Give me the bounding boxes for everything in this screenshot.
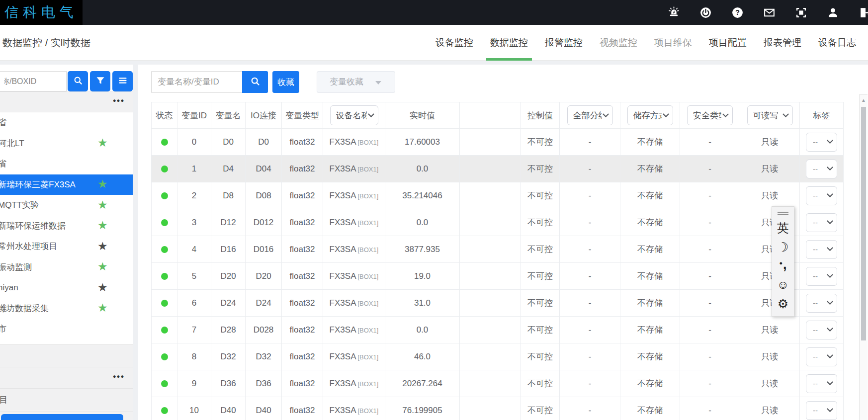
security-cell: - — [680, 370, 740, 397]
sidebar-item[interactable]: hiyan★ — [0, 277, 133, 298]
control-value-cell: 不可控 — [521, 236, 560, 263]
device-tree-list: 省河北LT★省新瑞环保三菱FX3SA★MQTT实验★新瑞环保运维数据★常州水处理… — [0, 112, 133, 339]
tag-select[interactable]: -- — [806, 133, 837, 152]
device-cell: FX3SA[BOX1] — [323, 156, 385, 182]
read-write-filter-select[interactable]: 可读写 — [747, 105, 793, 125]
tab-设备日志[interactable]: 设备日志 — [818, 25, 856, 61]
blank-cell — [460, 343, 521, 370]
alarm-light-icon[interactable] — [667, 6, 680, 19]
storage-cell: 不存储 — [620, 263, 680, 290]
vertical-scrollbar[interactable]: ▲ — [859, 94, 868, 420]
ellipsis-menu-icon[interactable]: ••• — [113, 96, 125, 106]
table-row[interactable]: 4D16D016float32FX3SA[BOX1]3877.935不可控-不存… — [152, 236, 844, 263]
favorite-button[interactable]: 收藏 — [272, 71, 299, 93]
tab-报表管理[interactable]: 报表管理 — [764, 25, 801, 61]
variable-id-cell: 10 — [177, 397, 211, 420]
variable-type-cell: float32 — [282, 343, 323, 370]
logout-icon[interactable] — [858, 6, 868, 19]
sidebar-item[interactable]: 河北LT★ — [0, 133, 133, 154]
tag-select[interactable]: -- — [806, 347, 837, 366]
tab-数据监控[interactable]: 数据监控 — [490, 25, 528, 61]
status-dot-green — [161, 380, 168, 387]
storage-filter-select[interactable]: 储存方式 — [627, 105, 673, 125]
tab-报警监控[interactable]: 报警监控 — [545, 25, 583, 61]
tag-select[interactable]: -- — [806, 213, 837, 232]
add-project-button[interactable]: 添加项目 — [1, 414, 123, 420]
sidebar-item[interactable]: 省 — [0, 154, 133, 174]
favorite-star-icon[interactable]: ★ — [97, 137, 108, 149]
sidebar-menu-button[interactable] — [112, 71, 133, 91]
sidebar-item[interactable]: 省 — [0, 112, 133, 133]
tag-select[interactable]: -- — [806, 267, 837, 286]
variable-type-cell: float32 — [282, 182, 323, 209]
favorite-star-icon[interactable]: ★ — [97, 302, 108, 314]
scrollbar-thumb[interactable] — [861, 107, 866, 340]
table-row[interactable]: 6D24D24float32FX3SA[BOX1]31.0不可控-不存储-只读-… — [152, 290, 844, 317]
tab-项目配置[interactable]: 项目配置 — [709, 25, 747, 61]
favorite-star-icon[interactable]: ★ — [97, 199, 108, 210]
control-value-cell: 不可控 — [521, 129, 560, 156]
help-icon[interactable]: ? — [731, 6, 744, 19]
table-row[interactable]: 9D36D36float32FX3SA[BOX1]20267.264不可控-不存… — [152, 370, 844, 397]
ime-emoji-icon[interactable]: ☺ — [772, 275, 794, 294]
io-connection-cell: D32 — [246, 343, 282, 370]
table-row[interactable]: 0D0D0float32FX3SA[BOX1]17.60003不可控-不存储-只… — [152, 129, 844, 156]
favorite-star-icon[interactable]: ★ — [97, 240, 108, 252]
tag-select[interactable]: -- — [806, 186, 837, 205]
tab-项目维保[interactable]: 项目维保 — [654, 25, 692, 61]
sidebar-filter-button[interactable] — [90, 71, 110, 91]
device-name-filter-select[interactable]: 设备名称 — [330, 105, 378, 125]
favorite-star-icon[interactable]: ★ — [97, 178, 108, 190]
mail-icon[interactable] — [763, 6, 776, 19]
table-row[interactable]: 3D12D012float32FX3SA[BOX1]0.0不可控-不存储-只读-… — [152, 209, 844, 236]
sidebar-search-input[interactable] — [0, 71, 67, 91]
variable-search-input[interactable] — [151, 71, 242, 93]
table-row[interactable]: 5D20D20float32FX3SA[BOX1]19.0不可控-不存储-只读-… — [152, 263, 844, 290]
ellipsis-menu-icon[interactable]: ••• — [113, 372, 125, 382]
status-dot-green — [161, 192, 168, 199]
user-icon[interactable] — [826, 6, 839, 19]
sidebar-item[interactable]: MQTT实验★ — [0, 195, 133, 216]
tag-select[interactable]: -- — [806, 294, 837, 313]
sidebar-item[interactable]: 新瑞环保运维数据★ — [0, 216, 133, 237]
table-row[interactable]: 1D4D04float32FX3SA[BOX1]0.0不可控-不存储-只读-- — [152, 156, 844, 182]
tag-select[interactable]: -- — [806, 321, 837, 339]
ime-moon-icon[interactable]: ☽ — [772, 238, 794, 256]
sidebar-item[interactable]: 常州水处理项目★ — [0, 236, 133, 257]
table-row[interactable]: 10D40D40float32FX3SA[BOX1]76.199905不可控-不… — [152, 397, 844, 420]
io-connection-cell: D40 — [246, 397, 282, 420]
variable-search-button[interactable] — [242, 71, 268, 93]
favorite-star-icon[interactable]: ★ — [97, 281, 108, 293]
group-filter-select[interactable]: 全部分组 — [567, 105, 613, 125]
scroll-up-arrow-icon[interactable]: ▲ — [860, 97, 868, 103]
variable-id-cell: 6 — [177, 290, 211, 317]
group-cell: - — [560, 263, 620, 290]
sidebar-item[interactable]: 市 — [0, 319, 133, 339]
sidebar-item[interactable]: 新瑞环保三菱FX3SA★ — [0, 174, 133, 195]
favorite-star-icon[interactable]: ★ — [97, 261, 108, 272]
table-row[interactable]: 8D32D32float32FX3SA[BOX1]46.0不可控-不存储-只读-… — [152, 343, 844, 370]
table-row[interactable]: 2D8D08float32FX3SA[BOX1]35.214046不可控-不存储… — [152, 182, 844, 209]
favorite-star-icon[interactable]: ★ — [97, 220, 108, 231]
tag-select[interactable]: -- — [806, 160, 837, 178]
read-write-cell: 只读 — [740, 370, 800, 397]
tab-视频监控[interactable]: 视频监控 — [600, 25, 637, 61]
favorite-select[interactable]: 变量收藏 — [317, 71, 395, 93]
ime-settings-icon[interactable]: ⚙ — [772, 294, 794, 313]
fullscreen-icon[interactable] — [794, 6, 807, 19]
tag-select[interactable]: -- — [806, 374, 837, 393]
col-io-connection: IO连接 — [246, 102, 282, 129]
sidebar-item[interactable]: 振动监测★ — [0, 257, 133, 278]
ime-punctuation-icon[interactable]: ●, — [772, 256, 794, 275]
tab-设备监控[interactable]: 设备监控 — [435, 25, 473, 61]
tag-select[interactable]: -- — [806, 240, 837, 259]
ime-lang-mode[interactable]: 英 — [772, 219, 794, 238]
table-row[interactable]: 7D28D028float32FX3SA[BOX1]0.0不可控-不存储-只读-… — [152, 317, 844, 343]
security-filter-select[interactable]: 安全类型 — [687, 105, 733, 125]
list-item[interactable]: 目 — [1, 389, 7, 412]
sidebar-item[interactable]: 潍坊数据采集★ — [0, 298, 133, 319]
ime-drag-handle-icon[interactable] — [778, 210, 788, 217]
power-icon[interactable] — [699, 6, 712, 19]
tag-select[interactable]: -- — [806, 401, 837, 420]
sidebar-search-button[interactable] — [68, 71, 88, 91]
